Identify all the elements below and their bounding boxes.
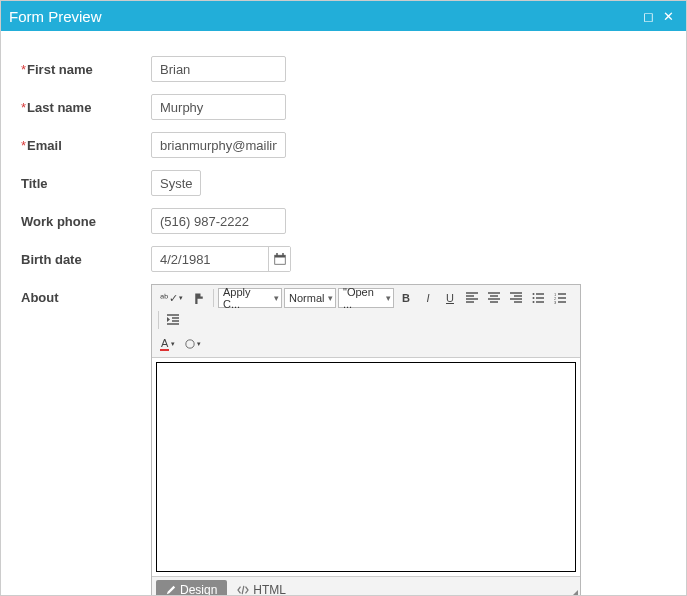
format-painter-icon[interactable] xyxy=(189,288,209,308)
maximize-icon[interactable]: ◻ xyxy=(638,9,658,24)
indent-icon[interactable] xyxy=(163,310,183,330)
underline-button[interactable]: U xyxy=(440,288,460,308)
highlight-color-button[interactable]: ▾ xyxy=(181,334,205,354)
separator xyxy=(158,311,159,329)
bold-button[interactable]: B xyxy=(396,288,416,308)
row-last-name: *Last name xyxy=(21,94,666,120)
svg-rect-2 xyxy=(276,253,278,256)
paragraph-format-select[interactable]: Normal xyxy=(284,288,336,308)
title-input[interactable] xyxy=(151,170,201,196)
align-center-icon[interactable] xyxy=(484,288,504,308)
editor-footer: Design HTML xyxy=(152,576,580,595)
close-icon[interactable]: ✕ xyxy=(658,9,678,24)
svg-text:3: 3 xyxy=(554,300,557,304)
svg-point-4 xyxy=(533,293,535,295)
svg-rect-3 xyxy=(282,253,284,256)
calendar-icon[interactable] xyxy=(268,247,290,271)
work-phone-input[interactable] xyxy=(151,208,286,234)
about-textarea[interactable] xyxy=(156,362,576,572)
align-right-icon[interactable] xyxy=(506,288,526,308)
editor-toolbar: ᵃᵇ✓▾ Apply C... Normal "Open ... B I U 1 xyxy=(152,285,580,358)
label-work-phone: Work phone xyxy=(21,214,151,229)
spellcheck-icon[interactable]: ᵃᵇ✓▾ xyxy=(156,288,187,308)
align-left-icon[interactable] xyxy=(462,288,482,308)
code-icon xyxy=(237,585,249,595)
tab-design[interactable]: Design xyxy=(156,580,227,596)
label-title: Title xyxy=(21,176,151,191)
rich-text-editor: ᵃᵇ✓▾ Apply C... Normal "Open ... B I U 1 xyxy=(151,284,581,595)
first-name-input[interactable] xyxy=(151,56,286,82)
separator xyxy=(213,289,214,307)
row-title: Title xyxy=(21,170,666,196)
window-title: Form Preview xyxy=(9,8,638,25)
label-last-name: *Last name xyxy=(21,100,151,115)
label-about: About xyxy=(21,284,151,305)
row-birth-date: Birth date xyxy=(21,246,666,272)
bullet-list-icon[interactable] xyxy=(528,288,548,308)
svg-point-5 xyxy=(533,297,535,299)
svg-point-6 xyxy=(533,301,535,303)
birth-date-field xyxy=(151,246,291,272)
label-email: *Email xyxy=(21,138,151,153)
css-class-select[interactable]: Apply C... xyxy=(218,288,282,308)
label-first-name: *First name xyxy=(21,62,151,77)
pencil-icon xyxy=(166,585,176,595)
row-about: About ᵃᵇ✓▾ Apply C... Normal "Open ... B… xyxy=(21,284,666,595)
resize-grip-icon[interactable] xyxy=(568,590,578,595)
italic-button[interactable]: I xyxy=(418,288,438,308)
font-color-button[interactable]: A▾ xyxy=(156,334,179,354)
email-input[interactable] xyxy=(151,132,286,158)
row-email: *Email xyxy=(21,132,666,158)
form-body: *First name *Last name *Email Title Work… xyxy=(1,31,686,595)
titlebar: Form Preview ◻ ✕ xyxy=(1,1,686,31)
row-work-phone: Work phone xyxy=(21,208,666,234)
font-family-select[interactable]: "Open ... xyxy=(338,288,394,308)
numbered-list-icon[interactable]: 123 xyxy=(550,288,570,308)
row-first-name: *First name xyxy=(21,56,666,82)
tab-html[interactable]: HTML xyxy=(227,580,296,596)
label-birth-date: Birth date xyxy=(21,252,151,267)
last-name-input[interactable] xyxy=(151,94,286,120)
